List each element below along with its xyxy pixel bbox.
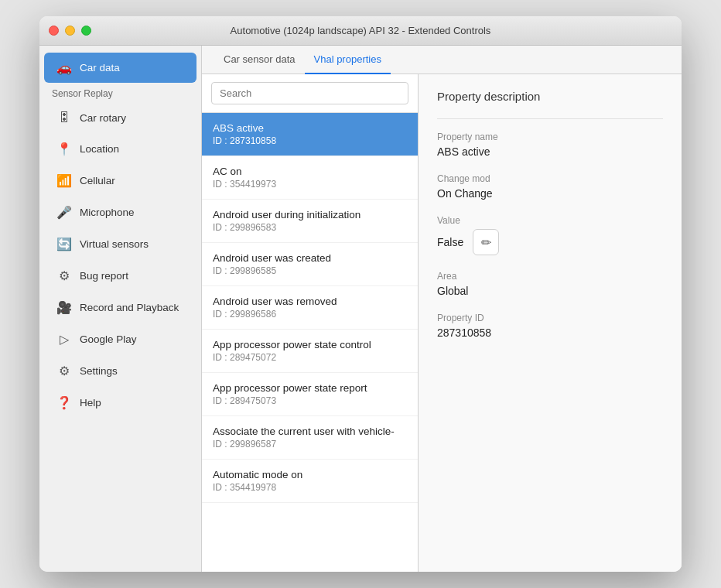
property-name-value: ABS active: [437, 145, 663, 158]
sidebar-item-microphone[interactable]: 🎤 Microphone: [44, 197, 196, 227]
record-playback-icon: 🎥: [56, 300, 72, 315]
prop-id: ID : 299896583: [213, 222, 407, 233]
sidebar: 🚗 Car data Sensor Replay 🎛 Car rotary 📍 …: [39, 46, 202, 572]
prop-id: ID : 289475073: [213, 395, 407, 406]
sensor-replay-section: Sensor Replay: [39, 84, 201, 102]
tab-vhal-properties[interactable]: Vhal properties: [305, 46, 391, 74]
property-detail: Property description Property name ABS a…: [419, 74, 682, 572]
bug-report-icon: ⚙: [56, 268, 72, 283]
sidebar-item-label-record-playback: Record and Playback: [80, 302, 179, 313]
detail-title: Property description: [437, 90, 663, 103]
sidebar-item-label-car-rotary: Car rotary: [80, 112, 126, 124]
property-id-value: 287310858: [437, 326, 663, 339]
property-id-label: Property ID: [437, 313, 663, 323]
sidebar-item-help[interactable]: ❓ Help: [44, 388, 196, 418]
microphone-icon: 🎤: [56, 205, 72, 220]
sidebar-item-car-rotary[interactable]: 🎛 Car rotary: [44, 103, 196, 132]
maximize-button[interactable]: [81, 26, 91, 36]
search-input[interactable]: [211, 82, 408, 104]
list-item[interactable]: AC on ID : 354419973: [202, 156, 418, 200]
list-item[interactable]: Android user was created ID : 299896585: [202, 243, 418, 286]
prop-id: ID : 289475072: [213, 352, 407, 363]
value-label: Value: [437, 215, 663, 226]
help-icon: ❓: [56, 395, 72, 410]
location-icon: 📍: [56, 142, 72, 156]
area-label: Area: [437, 271, 663, 282]
edit-value-button[interactable]: ✏: [473, 229, 499, 255]
sidebar-item-record-playback[interactable]: 🎥 Record and Playback: [44, 292, 196, 323]
sidebar-item-label-help: Help: [80, 397, 101, 409]
edit-icon: ✏: [481, 235, 491, 250]
property-items-list: ABS active ID : 287310858 AC on ID : 354…: [202, 113, 418, 572]
list-item[interactable]: Android user was removed ID : 299896586: [202, 286, 418, 330]
car-data-icon: 🚗: [56, 60, 72, 75]
prop-id: ID : 354419973: [213, 179, 407, 190]
sidebar-item-label-virtual-sensors: Virtual sensors: [80, 238, 149, 250]
list-item[interactable]: Android user during initialization ID : …: [202, 200, 418, 243]
value-field: Value False ✏: [437, 215, 663, 255]
tab-content: ABS active ID : 287310858 AC on ID : 354…: [202, 74, 682, 572]
tab-bar: Car sensor data Vhal properties: [202, 46, 682, 74]
sidebar-item-label-settings: Settings: [80, 365, 118, 377]
sidebar-item-car-data[interactable]: 🚗 Car data: [44, 53, 196, 83]
prop-id: ID : 299896586: [213, 309, 407, 320]
prop-name: AC on: [213, 166, 407, 177]
title-bar: Automotive (1024p landscape) API 32 - Ex…: [39, 16, 682, 46]
sidebar-item-label-bug-report: Bug report: [80, 270, 128, 282]
list-item[interactable]: App processor power state report ID : 28…: [202, 373, 418, 416]
prop-id: ID : 354419978: [213, 482, 407, 493]
property-list: ABS active ID : 287310858 AC on ID : 354…: [202, 74, 419, 572]
prop-name: ABS active: [213, 122, 407, 134]
change-mod-value: On Change: [437, 187, 663, 200]
change-mod-label: Change mod: [437, 173, 663, 184]
car-rotary-icon: 🎛: [56, 111, 72, 125]
property-name-field: Property name ABS active: [437, 132, 663, 158]
sidebar-item-bug-report[interactable]: ⚙ Bug report: [44, 261, 196, 291]
google-play-icon: ▷: [56, 332, 72, 347]
minimize-button[interactable]: [65, 26, 75, 36]
sidebar-item-location[interactable]: 📍 Location: [44, 134, 196, 164]
window-title: Automotive (1024p landscape) API 32 - Ex…: [231, 25, 491, 36]
prop-name: App processor power state control: [213, 339, 407, 350]
property-name-label: Property name: [437, 132, 663, 142]
close-button[interactable]: [49, 26, 59, 36]
prop-name: Android user was created: [213, 252, 407, 264]
list-item[interactable]: ABS active ID : 287310858: [202, 113, 418, 156]
search-bar: [202, 74, 418, 113]
main-window: Automotive (1024p landscape) API 32 - Ex…: [39, 16, 682, 572]
cellular-icon: 📶: [56, 173, 72, 188]
sidebar-item-label-cellular: Cellular: [80, 175, 115, 186]
virtual-sensors-icon: 🔄: [56, 237, 72, 251]
sidebar-item-label-location: Location: [80, 143, 119, 155]
sidebar-item-label-microphone: Microphone: [80, 207, 135, 218]
sidebar-item-virtual-sensors[interactable]: 🔄 Virtual sensors: [44, 229, 196, 259]
sidebar-item-settings[interactable]: ⚙ Settings: [44, 356, 196, 386]
area-field: Area Global: [437, 271, 663, 297]
sidebar-item-label-google-play: Google Play: [80, 333, 137, 345]
prop-name: Android user was removed: [213, 296, 407, 307]
traffic-lights: [49, 26, 91, 36]
settings-icon: ⚙: [56, 364, 72, 378]
content-area: 🚗 Car data Sensor Replay 🎛 Car rotary 📍 …: [39, 46, 682, 572]
change-mod-field: Change mod On Change: [437, 173, 663, 200]
list-item[interactable]: App processor power state control ID : 2…: [202, 330, 418, 373]
prop-id: ID : 299896585: [213, 265, 407, 276]
area-value: Global: [437, 285, 663, 297]
sidebar-item-google-play[interactable]: ▷ Google Play: [44, 324, 196, 354]
main-area: Car sensor data Vhal properties ABS acti…: [202, 46, 682, 572]
prop-name: Automatic mode on: [213, 469, 407, 480]
value-value: False: [437, 236, 463, 248]
value-row: False ✏: [437, 229, 663, 255]
list-item[interactable]: Associate the current user with vehicle-…: [202, 416, 418, 460]
property-id-field: Property ID 287310858: [437, 313, 663, 339]
divider: [437, 118, 663, 119]
tab-car-sensor-data[interactable]: Car sensor data: [214, 46, 305, 74]
list-item[interactable]: Automatic mode on ID : 354419978: [202, 460, 418, 503]
prop-id: ID : 287310858: [213, 135, 407, 146]
prop-name: App processor power state report: [213, 382, 407, 394]
prop-name: Associate the current user with vehicle-: [213, 426, 407, 437]
prop-id: ID : 299896587: [213, 439, 407, 450]
sidebar-item-cellular[interactable]: 📶 Cellular: [44, 166, 196, 196]
sidebar-item-label-car-data: Car data: [80, 62, 120, 74]
prop-name: Android user during initialization: [213, 209, 407, 220]
